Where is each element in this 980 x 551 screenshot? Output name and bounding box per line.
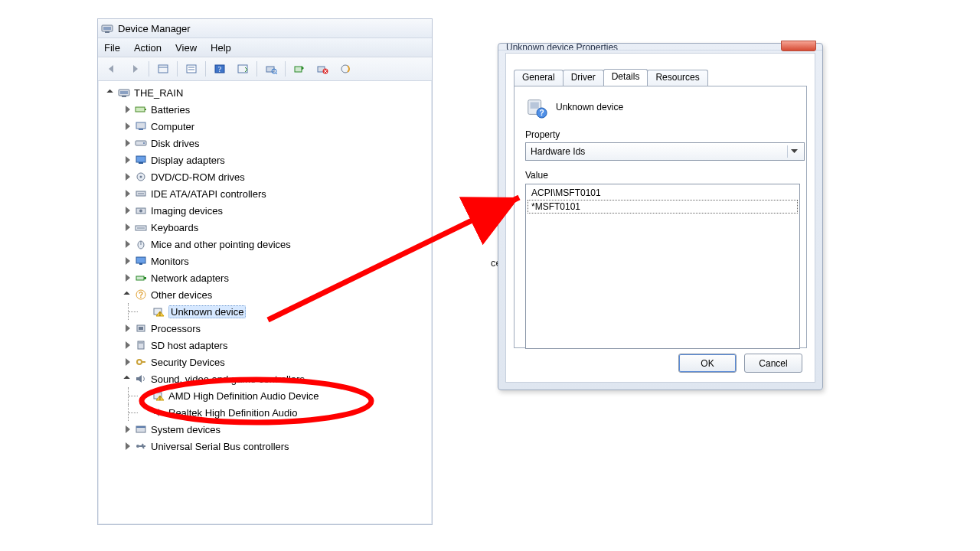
properties-title: Unknown device Properties bbox=[498, 44, 618, 51]
menu-view[interactable]: View bbox=[175, 42, 197, 54]
device-manager-titlebar[interactable]: Device Manager bbox=[98, 19, 432, 38]
tab-resources[interactable]: Resources bbox=[647, 70, 707, 86]
properties-titlebar[interactable]: Unknown device Properties bbox=[498, 44, 822, 51]
device-manager-toolbar: ? bbox=[98, 57, 432, 81]
tree-node-label: Batteries bbox=[151, 104, 190, 116]
tree-expand-icon[interactable] bbox=[123, 105, 132, 114]
tree-expand-icon[interactable] bbox=[123, 223, 132, 232]
svg-rect-29 bbox=[136, 156, 145, 162]
svg-rect-24 bbox=[145, 109, 146, 110]
tree-category[interactable]: Mice and other pointing devices bbox=[100, 236, 430, 253]
tree-category[interactable]: Universal Serial Bus controllers bbox=[100, 438, 430, 455]
cancel-button[interactable]: Cancel bbox=[744, 354, 802, 373]
tree-node-label: Computer bbox=[151, 121, 194, 132]
tree-category[interactable]: System devices bbox=[100, 421, 430, 438]
tree-child-item[interactable]: Realtek High Definition Audio bbox=[100, 404, 430, 421]
menu-action[interactable]: Action bbox=[134, 42, 162, 54]
scan-hardware-button[interactable] bbox=[260, 59, 282, 79]
tree-expand-icon[interactable] bbox=[123, 374, 132, 383]
tree-category[interactable]: Display adapters bbox=[100, 152, 430, 168]
tree-child-item[interactable]: !Unknown device bbox=[100, 303, 430, 320]
action-button[interactable] bbox=[232, 59, 253, 79]
tree-category[interactable]: Sound, video and game controllers bbox=[100, 370, 430, 387]
toolbar-separator bbox=[285, 61, 286, 77]
svg-line-13 bbox=[276, 73, 277, 74]
tree-category[interactable]: Processors bbox=[100, 320, 430, 337]
tree-expand-icon[interactable] bbox=[123, 240, 132, 249]
tree-category[interactable]: Computer bbox=[100, 118, 430, 135]
tree-node-icon bbox=[134, 204, 148, 217]
tree-category[interactable]: THE_RAIN bbox=[100, 84, 430, 101]
device-tree[interactable]: THE_RAINBatteriesComputerDisk drivesDisp… bbox=[99, 81, 431, 523]
nav-forward-button[interactable] bbox=[124, 59, 145, 79]
value-listbox[interactable]: ACPI\MSFT0101 *MSFT0101 bbox=[525, 184, 800, 349]
uninstall-button[interactable] bbox=[312, 59, 333, 79]
tree-node-label: Disk drives bbox=[151, 138, 200, 149]
tree-expand-icon[interactable] bbox=[123, 425, 132, 434]
show-hide-tree-button[interactable] bbox=[152, 59, 174, 79]
svg-text:!: ! bbox=[159, 311, 161, 317]
properties-button[interactable] bbox=[181, 59, 202, 79]
tree-expand-icon[interactable] bbox=[123, 290, 132, 299]
tree-category[interactable]: ?Other devices bbox=[100, 286, 430, 303]
tree-expand-icon[interactable] bbox=[123, 273, 132, 282]
svg-rect-43 bbox=[136, 276, 144, 280]
tree-node-label: AMD High Definition Audio Device bbox=[168, 390, 319, 402]
tree-expand-icon[interactable] bbox=[123, 172, 132, 181]
device-name-label: Unknown device bbox=[556, 102, 623, 112]
tree-expand-icon[interactable] bbox=[123, 206, 132, 215]
tree-category[interactable]: Batteries bbox=[100, 101, 430, 118]
tree-expand-icon[interactable] bbox=[123, 155, 132, 165]
tree-category[interactable]: Security Devices bbox=[100, 354, 430, 370]
tree-category[interactable]: IDE ATA/ATAPI controllers bbox=[100, 185, 430, 202]
tree-category[interactable]: Network adapters bbox=[100, 269, 430, 286]
tab-driver[interactable]: Driver bbox=[563, 70, 604, 86]
menu-file[interactable]: File bbox=[104, 42, 120, 54]
tree-category[interactable]: SD host adapters bbox=[100, 337, 430, 354]
tree-expand-icon[interactable] bbox=[123, 122, 132, 131]
tree-category[interactable]: DVD/CD-ROM drives bbox=[100, 168, 430, 185]
tree-expand-icon[interactable] bbox=[123, 357, 132, 367]
tree-category[interactable]: Monitors bbox=[100, 253, 430, 269]
value-label: Value bbox=[525, 170, 795, 181]
property-label: Property bbox=[525, 129, 795, 140]
disable-button[interactable] bbox=[335, 59, 356, 79]
tree-node-label: Other devices bbox=[151, 289, 212, 301]
tree-node-icon bbox=[134, 103, 148, 116]
tree-expand-icon[interactable] bbox=[123, 189, 132, 198]
svg-rect-56 bbox=[141, 361, 145, 363]
tree-category[interactable]: Imaging devices bbox=[100, 202, 430, 219]
tree-category[interactable]: Keyboards bbox=[100, 219, 430, 236]
svg-rect-41 bbox=[136, 257, 145, 263]
value-row[interactable]: ACPI\MSFT0101 bbox=[528, 186, 798, 200]
tree-node-label: SD host adapters bbox=[151, 340, 227, 351]
menu-help[interactable]: Help bbox=[211, 42, 231, 54]
tree-node-icon bbox=[134, 154, 148, 166]
update-driver-button[interactable] bbox=[289, 59, 310, 79]
help-button[interactable]: ? bbox=[209, 59, 230, 79]
tab-general[interactable]: General bbox=[514, 70, 564, 86]
svg-rect-23 bbox=[136, 107, 145, 112]
close-button[interactable] bbox=[781, 41, 816, 51]
tree-expand-icon[interactable] bbox=[106, 88, 116, 97]
svg-rect-42 bbox=[139, 263, 142, 265]
tree-node-icon bbox=[134, 440, 148, 452]
tree-expand-icon[interactable] bbox=[123, 442, 132, 451]
property-dropdown[interactable]: Hardware Ids bbox=[525, 142, 805, 161]
tab-details[interactable]: Details bbox=[603, 69, 648, 86]
tree-expand-icon[interactable] bbox=[123, 324, 132, 333]
tree-node-icon: ! bbox=[152, 305, 165, 318]
tree-node-icon bbox=[134, 423, 148, 435]
tree-expand-icon[interactable] bbox=[123, 256, 132, 266]
ok-button[interactable]: OK bbox=[678, 354, 737, 373]
nav-back-button[interactable] bbox=[101, 59, 122, 79]
tree-expand-icon[interactable] bbox=[123, 341, 132, 350]
toolbar-separator bbox=[205, 61, 206, 77]
tree-expand-icon[interactable] bbox=[123, 139, 132, 148]
properties-body: General Driver Details Resources ? Unkno… bbox=[505, 53, 815, 383]
tree-category[interactable]: Disk drives bbox=[100, 135, 430, 152]
svg-rect-1 bbox=[103, 27, 111, 30]
tree-child-item[interactable]: !AMD High Definition Audio Device bbox=[100, 387, 430, 404]
value-row[interactable]: *MSFT0101 bbox=[528, 200, 798, 214]
svg-rect-14 bbox=[295, 67, 302, 72]
